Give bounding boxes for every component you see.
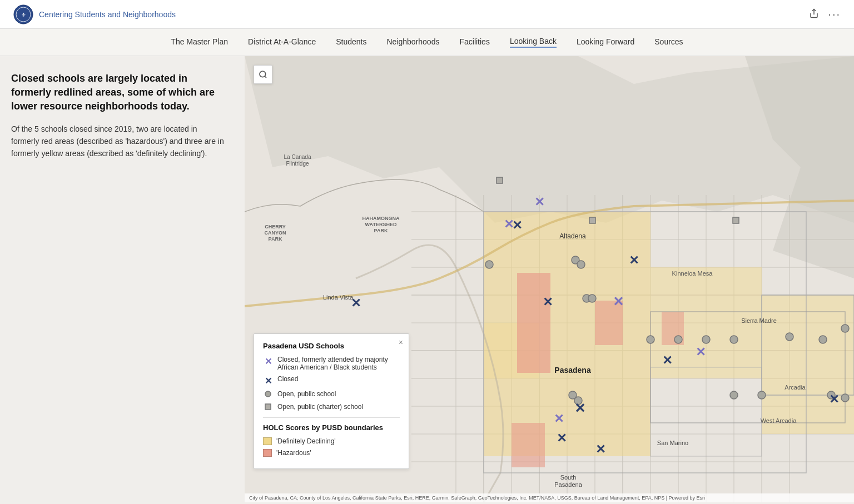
svg-text:CHERRY: CHERRY bbox=[265, 224, 286, 229]
svg-text:✕: ✕ bbox=[629, 253, 639, 267]
map-attribution: City of Pasadena, CA; County of Los Ange… bbox=[245, 493, 854, 502]
legend-holc-declining: 'Definitely Declining' bbox=[263, 437, 400, 445]
svg-rect-96 bbox=[265, 404, 271, 410]
svg-rect-30 bbox=[762, 295, 854, 434]
svg-text:Arcadia: Arcadia bbox=[785, 384, 806, 391]
holc-hazardous-swatch bbox=[263, 449, 272, 457]
map-search-button[interactable] bbox=[254, 65, 272, 84]
svg-text:✕: ✕ bbox=[595, 442, 605, 456]
sidebar: Closed schools are largely located in fo… bbox=[0, 56, 245, 502]
legend-holc-title: HOLC Scores by PUSD boundaries bbox=[263, 423, 400, 432]
nav-district[interactable]: District At-A-Glance bbox=[248, 37, 316, 47]
holc-declining-swatch bbox=[263, 437, 272, 445]
header-actions: ··· bbox=[809, 8, 841, 21]
svg-text:Pasadena: Pasadena bbox=[554, 366, 591, 375]
svg-rect-35 bbox=[512, 423, 545, 467]
legend-closed-label: Closed bbox=[277, 375, 298, 383]
closed-aa-icon: ✕ bbox=[263, 356, 273, 367]
svg-rect-76 bbox=[496, 177, 503, 183]
svg-text:✕: ✕ bbox=[696, 345, 706, 359]
svg-text:Kinneloa Mesa: Kinneloa Mesa bbox=[672, 270, 713, 277]
svg-text:PARK: PARK bbox=[374, 228, 388, 233]
svg-text:✕: ✕ bbox=[613, 294, 624, 309]
legend-item-open-public: Open, public school bbox=[263, 390, 400, 399]
svg-point-70 bbox=[730, 391, 738, 399]
svg-rect-77 bbox=[589, 217, 595, 223]
svg-text:Flintridge: Flintridge bbox=[286, 161, 309, 167]
legend-holc-declining-label: 'Definitely Declining' bbox=[276, 437, 336, 445]
header-left: ⚜ Centering Students and Neighborhoods bbox=[13, 4, 176, 24]
nav-students[interactable]: Students bbox=[336, 37, 366, 47]
open-charter-icon bbox=[263, 403, 273, 412]
svg-text:Altadena: Altadena bbox=[559, 232, 586, 240]
svg-text:✕: ✕ bbox=[351, 296, 361, 310]
svg-rect-78 bbox=[733, 217, 739, 223]
main-nav: The Master Plan District At-A-Glance Stu… bbox=[0, 29, 854, 56]
svg-point-67 bbox=[819, 336, 827, 343]
nav-neighborhoods[interactable]: Neighborhoods bbox=[386, 37, 439, 47]
svg-text:✕: ✕ bbox=[504, 217, 514, 231]
svg-point-58 bbox=[485, 261, 493, 268]
svg-text:West Arcadia: West Arcadia bbox=[761, 417, 797, 424]
legend-close-button[interactable]: × bbox=[399, 338, 403, 347]
svg-point-63 bbox=[647, 336, 654, 343]
svg-point-60 bbox=[577, 261, 585, 268]
sidebar-body: Of the 5 schools closed since 2019, two … bbox=[11, 123, 227, 160]
nav-facilities[interactable]: Facilities bbox=[459, 37, 489, 47]
svg-text:✕: ✕ bbox=[662, 353, 672, 367]
svg-text:South: South bbox=[560, 474, 577, 481]
open-public-icon bbox=[263, 391, 273, 399]
svg-text:Pasadena: Pasadena bbox=[554, 481, 582, 488]
header: ⚜ Centering Students and Neighborhoods ·… bbox=[0, 0, 854, 29]
svg-point-72 bbox=[786, 333, 793, 341]
svg-point-73 bbox=[841, 325, 849, 332]
svg-text:La Canada: La Canada bbox=[284, 154, 311, 160]
share-icon[interactable] bbox=[809, 8, 819, 21]
svg-point-64 bbox=[674, 336, 682, 343]
closed-icon: ✕ bbox=[263, 376, 273, 386]
svg-point-95 bbox=[265, 391, 271, 397]
svg-point-66 bbox=[730, 336, 738, 343]
legend-title: Pasadena USD Schools bbox=[263, 342, 400, 350]
legend-divider bbox=[263, 417, 400, 418]
svg-point-75 bbox=[841, 394, 849, 402]
map-legend: × Pasadena USD Schools ✕ Closed, formerl… bbox=[254, 333, 409, 469]
svg-text:PARK: PARK bbox=[269, 236, 282, 242]
svg-text:Linda Vista: Linda Vista bbox=[323, 294, 354, 301]
svg-text:✕: ✕ bbox=[554, 412, 564, 426]
svg-point-62 bbox=[588, 295, 596, 302]
svg-text:✕: ✕ bbox=[557, 431, 567, 445]
legend-item-closed: ✕ Closed bbox=[263, 375, 400, 386]
nav-sources[interactable]: Sources bbox=[654, 37, 683, 47]
svg-text:✕: ✕ bbox=[574, 401, 585, 416]
map-area: La Canada Flintridge CHERRY CANYON PARK … bbox=[245, 56, 854, 502]
legend-open-public-label: Open, public school bbox=[277, 390, 336, 398]
nav-looking-back[interactable]: Looking Back bbox=[510, 37, 557, 48]
svg-text:San Marino: San Marino bbox=[657, 440, 688, 446]
legend-open-charter-label: Open, public (charter) school bbox=[277, 403, 363, 411]
nav-master-plan[interactable]: The Master Plan bbox=[171, 37, 228, 47]
svg-text:CANYON: CANYON bbox=[264, 230, 286, 236]
svg-text:✕: ✕ bbox=[534, 195, 544, 209]
svg-text:✕: ✕ bbox=[829, 392, 839, 406]
svg-point-93 bbox=[260, 71, 266, 77]
svg-point-65 bbox=[702, 336, 710, 343]
svg-text:HAHAMONGNA: HAHAMONGNA bbox=[363, 216, 400, 221]
legend-item-open-charter: Open, public (charter) school bbox=[263, 403, 400, 412]
legend-holc-hazardous: 'Hazardous' bbox=[263, 449, 400, 457]
svg-line-94 bbox=[265, 76, 266, 78]
sidebar-heading: Closed schools are largely located in fo… bbox=[11, 72, 227, 114]
site-title: Centering Students and Neighborhoods bbox=[39, 10, 176, 19]
legend-closed-aa-label: Closed, formerly attended by majority Af… bbox=[277, 356, 400, 371]
main-content: Closed schools are largely located in fo… bbox=[0, 56, 854, 502]
legend-holc-hazardous-label: 'Hazardous' bbox=[276, 449, 311, 457]
more-options-icon[interactable]: ··· bbox=[828, 8, 841, 21]
svg-point-71 bbox=[758, 391, 766, 399]
district-logo-icon: ⚜ bbox=[13, 4, 33, 24]
legend-item-closed-aa: ✕ Closed, formerly attended by majority … bbox=[263, 356, 400, 371]
svg-text:⚜: ⚜ bbox=[21, 12, 26, 18]
svg-text:Sierra Madre: Sierra Madre bbox=[741, 317, 777, 324]
svg-rect-32 bbox=[517, 273, 550, 373]
nav-looking-forward[interactable]: Looking Forward bbox=[577, 37, 634, 47]
svg-text:WATERSHED: WATERSHED bbox=[365, 222, 397, 227]
